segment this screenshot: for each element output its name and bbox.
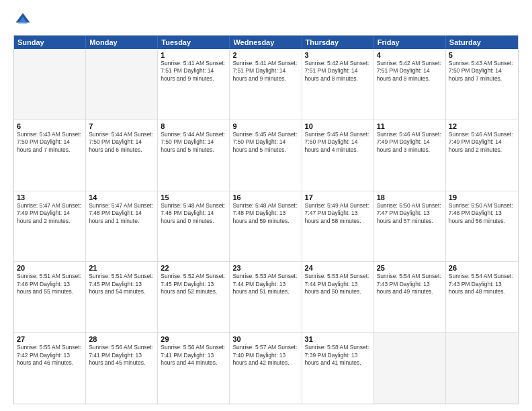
day-info: Sunrise: 5:43 AM Sunset: 7:50 PM Dayligh… [17,131,83,154]
header-day-sunday: Sunday [14,36,86,49]
cal-cell [446,333,518,404]
header-day-wednesday: Wednesday [230,36,302,49]
day-number: 2 [232,51,298,59]
day-number: 28 [89,335,154,343]
cal-cell: 19Sunrise: 5:50 AM Sunset: 7:46 PM Dayli… [446,191,518,262]
logo [13,11,35,30]
header [13,11,519,30]
cal-cell: 7Sunrise: 5:44 AM Sunset: 7:50 PM Daylig… [86,120,158,191]
day-info: Sunrise: 5:51 AM Sunset: 7:46 PM Dayligh… [17,273,83,295]
day-info: Sunrise: 5:50 AM Sunset: 7:46 PM Dayligh… [449,202,515,225]
day-number: 17 [305,193,371,201]
day-info: Sunrise: 5:42 AM Sunset: 7:51 PM Dayligh… [305,60,371,83]
day-number: 14 [89,193,154,201]
calendar-header: SundayMondayTuesdayWednesdayThursdayFrid… [14,36,518,49]
cal-cell: 29Sunrise: 5:56 AM Sunset: 7:41 PM Dayli… [158,333,230,404]
day-number: 5 [449,51,515,59]
cal-cell: 28Sunrise: 5:56 AM Sunset: 7:41 PM Dayli… [86,333,158,404]
calendar: SundayMondayTuesdayWednesdayThursdayFrid… [13,35,519,404]
cal-cell: 22Sunrise: 5:52 AM Sunset: 7:45 PM Dayli… [158,262,230,332]
day-number: 10 [305,122,371,130]
day-info: Sunrise: 5:42 AM Sunset: 7:51 PM Dayligh… [377,60,443,83]
day-info: Sunrise: 5:43 AM Sunset: 7:50 PM Dayligh… [449,60,515,83]
cal-cell: 17Sunrise: 5:49 AM Sunset: 7:47 PM Dayli… [302,191,374,262]
day-info: Sunrise: 5:41 AM Sunset: 7:51 PM Dayligh… [161,60,226,83]
day-number: 25 [377,264,443,272]
day-info: Sunrise: 5:52 AM Sunset: 7:45 PM Dayligh… [161,273,226,295]
cal-cell [14,49,86,120]
day-info: Sunrise: 5:47 AM Sunset: 7:49 PM Dayligh… [17,202,83,225]
week-row-1: 6Sunrise: 5:43 AM Sunset: 7:50 PM Daylig… [14,120,518,191]
cal-cell: 23Sunrise: 5:53 AM Sunset: 7:44 PM Dayli… [230,262,302,332]
cal-cell: 21Sunrise: 5:51 AM Sunset: 7:45 PM Dayli… [86,262,158,332]
day-number: 19 [449,193,515,201]
day-info: Sunrise: 5:45 AM Sunset: 7:50 PM Dayligh… [305,131,371,154]
cal-cell: 14Sunrise: 5:47 AM Sunset: 7:48 PM Dayli… [86,191,158,262]
cal-cell: 16Sunrise: 5:48 AM Sunset: 7:48 PM Dayli… [230,191,302,262]
day-number: 4 [377,51,443,59]
day-info: Sunrise: 5:45 AM Sunset: 7:50 PM Dayligh… [232,131,298,154]
day-info: Sunrise: 5:51 AM Sunset: 7:45 PM Dayligh… [89,273,154,295]
cal-cell: 4Sunrise: 5:42 AM Sunset: 7:51 PM Daylig… [374,49,446,120]
cal-cell: 9Sunrise: 5:45 AM Sunset: 7:50 PM Daylig… [230,120,302,191]
week-row-0: 1Sunrise: 5:41 AM Sunset: 7:51 PM Daylig… [14,49,518,120]
cal-cell: 27Sunrise: 5:55 AM Sunset: 7:42 PM Dayli… [14,333,86,404]
day-info: Sunrise: 5:53 AM Sunset: 7:44 PM Dayligh… [305,273,371,295]
header-day-thursday: Thursday [302,36,374,49]
calendar-body: 1Sunrise: 5:41 AM Sunset: 7:51 PM Daylig… [14,49,518,404]
day-info: Sunrise: 5:46 AM Sunset: 7:49 PM Dayligh… [449,131,515,154]
day-number: 1 [161,51,226,59]
cal-cell: 18Sunrise: 5:50 AM Sunset: 7:47 PM Dayli… [374,191,446,262]
day-info: Sunrise: 5:58 AM Sunset: 7:39 PM Dayligh… [305,344,371,367]
day-number: 30 [232,335,298,343]
day-number: 29 [161,335,226,343]
cal-cell: 5Sunrise: 5:43 AM Sunset: 7:50 PM Daylig… [446,49,518,120]
cal-cell: 1Sunrise: 5:41 AM Sunset: 7:51 PM Daylig… [158,49,230,120]
header-day-saturday: Saturday [446,36,518,49]
cal-cell: 20Sunrise: 5:51 AM Sunset: 7:46 PM Dayli… [14,262,86,332]
day-info: Sunrise: 5:48 AM Sunset: 7:48 PM Dayligh… [232,202,298,225]
cal-cell: 25Sunrise: 5:54 AM Sunset: 7:43 PM Dayli… [374,262,446,332]
header-day-friday: Friday [374,36,446,49]
day-info: Sunrise: 5:46 AM Sunset: 7:49 PM Dayligh… [377,131,443,154]
cal-cell: 30Sunrise: 5:57 AM Sunset: 7:40 PM Dayli… [230,333,302,404]
header-day-monday: Monday [86,36,158,49]
day-number: 12 [449,122,515,130]
day-info: Sunrise: 5:53 AM Sunset: 7:44 PM Dayligh… [232,273,298,295]
day-info: Sunrise: 5:48 AM Sunset: 7:48 PM Dayligh… [161,202,226,225]
cal-cell [86,49,158,120]
day-number: 22 [161,264,226,272]
cal-cell: 10Sunrise: 5:45 AM Sunset: 7:50 PM Dayli… [302,120,374,191]
day-info: Sunrise: 5:55 AM Sunset: 7:42 PM Dayligh… [17,344,83,367]
cal-cell: 24Sunrise: 5:53 AM Sunset: 7:44 PM Dayli… [302,262,374,332]
header-day-tuesday: Tuesday [158,36,230,49]
cal-cell: 26Sunrise: 5:54 AM Sunset: 7:43 PM Dayli… [446,262,518,332]
day-number: 21 [89,264,154,272]
day-info: Sunrise: 5:56 AM Sunset: 7:41 PM Dayligh… [161,344,226,367]
cal-cell: 12Sunrise: 5:46 AM Sunset: 7:49 PM Dayli… [446,120,518,191]
day-number: 20 [17,264,83,272]
day-info: Sunrise: 5:41 AM Sunset: 7:51 PM Dayligh… [232,60,298,83]
day-number: 31 [305,335,371,343]
day-number: 16 [232,193,298,201]
day-number: 18 [377,193,443,201]
week-row-4: 27Sunrise: 5:55 AM Sunset: 7:42 PM Dayli… [14,333,518,404]
cal-cell: 13Sunrise: 5:47 AM Sunset: 7:49 PM Dayli… [14,191,86,262]
day-info: Sunrise: 5:54 AM Sunset: 7:43 PM Dayligh… [377,273,443,295]
cal-cell: 11Sunrise: 5:46 AM Sunset: 7:49 PM Dayli… [374,120,446,191]
day-info: Sunrise: 5:57 AM Sunset: 7:40 PM Dayligh… [232,344,298,367]
week-row-3: 20Sunrise: 5:51 AM Sunset: 7:46 PM Dayli… [14,262,518,333]
cal-cell: 3Sunrise: 5:42 AM Sunset: 7:51 PM Daylig… [302,49,374,120]
day-number: 6 [17,122,83,130]
day-info: Sunrise: 5:49 AM Sunset: 7:47 PM Dayligh… [305,202,371,225]
day-number: 3 [305,51,371,59]
cal-cell: 31Sunrise: 5:58 AM Sunset: 7:39 PM Dayli… [302,333,374,404]
cal-cell: 2Sunrise: 5:41 AM Sunset: 7:51 PM Daylig… [230,49,302,120]
logo-icon [13,11,32,30]
cal-cell [374,333,446,404]
day-number: 27 [17,335,83,343]
page: SundayMondayTuesdayWednesdayThursdayFrid… [0,0,532,411]
day-number: 9 [232,122,298,130]
day-number: 8 [161,122,226,130]
day-number: 13 [17,193,83,201]
